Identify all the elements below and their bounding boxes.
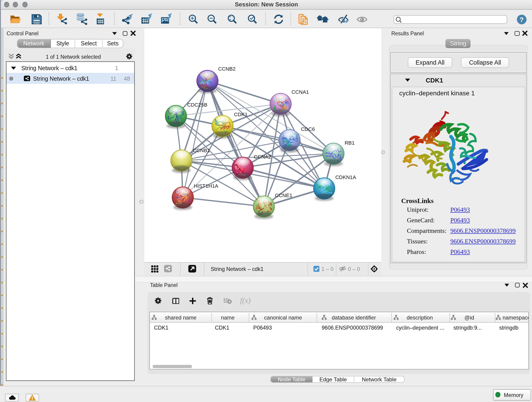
svg-text:CDC25B: CDC25B xyxy=(187,102,207,108)
svg-text:CDK1: CDK1 xyxy=(234,111,247,117)
svg-text:CCNA1: CCNA1 xyxy=(291,89,309,95)
svg-text:CDC6: CDC6 xyxy=(301,126,315,132)
svg-text:CCNB2: CCNB2 xyxy=(218,66,235,71)
svg-text:HIST1H1A: HIST1H1A xyxy=(194,183,218,189)
svg-text:RB1: RB1 xyxy=(344,140,355,146)
svg-text:CCNB1: CCNB1 xyxy=(192,147,210,153)
svg-text:CCNA2: CCNA2 xyxy=(254,154,271,160)
svg-text:CCNE1: CCNE1 xyxy=(275,192,292,198)
svg-text:CDKN1A: CDKN1A xyxy=(335,174,356,180)
